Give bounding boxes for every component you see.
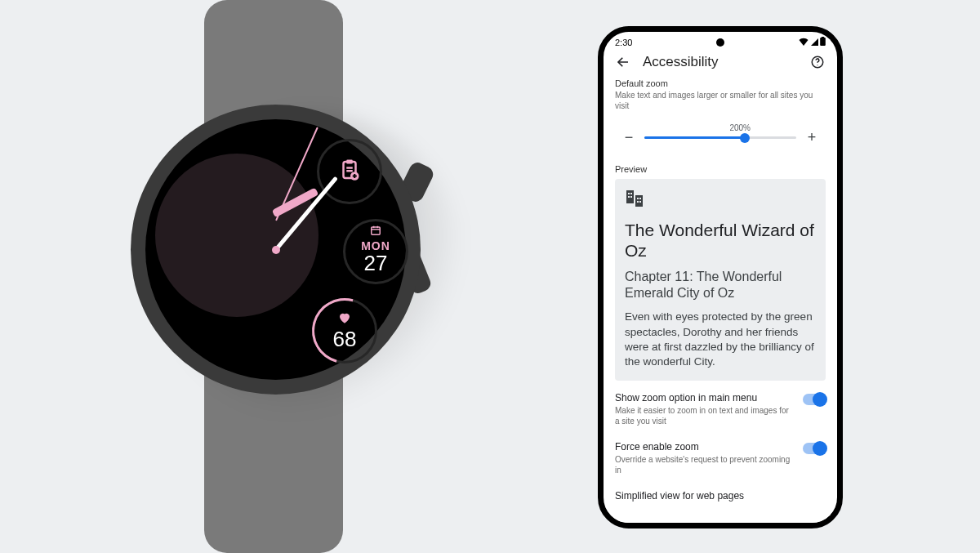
- preview-label: Preview: [615, 164, 826, 174]
- complication-clipboard[interactable]: [317, 139, 382, 204]
- zoom-value-label: 200%: [729, 123, 751, 132]
- phone-camera-notch: [716, 38, 724, 47]
- watch-date: 27: [364, 251, 388, 276]
- setting-show-zoom-caption: Make it easier to zoom in on text and im…: [615, 405, 795, 426]
- zoom-label: Default zoom: [615, 78, 826, 88]
- calendar-icon: [370, 225, 381, 239]
- svg-point-15: [817, 65, 817, 65]
- slider-thumb[interactable]: [740, 133, 750, 143]
- setting-show-zoom[interactable]: Show zoom option in main menu Make it ea…: [604, 381, 837, 430]
- setting-force-zoom[interactable]: Force enable zoom Override a website's r…: [604, 430, 837, 479]
- status-time: 2:30: [615, 38, 632, 47]
- preview-subtitle: Chapter 11: The Wonderful Emerald City o…: [625, 269, 816, 301]
- status-icons: [799, 37, 826, 47]
- preview-title: The Wonderful Wizard of Oz: [625, 220, 816, 261]
- complication-heart-rate[interactable]: 68: [312, 298, 377, 363]
- zoom-decrease-button[interactable]: −: [621, 129, 636, 146]
- smartwatch: MON 27 68: [106, 0, 433, 553]
- app-bar: Accessibility: [604, 49, 837, 78]
- svg-rect-22: [637, 198, 639, 199]
- svg-rect-24: [637, 201, 639, 203]
- wifi-icon: [799, 38, 808, 47]
- website-icon: [625, 189, 816, 212]
- svg-rect-19: [630, 193, 632, 194]
- page-title: Accessibility: [643, 54, 798, 70]
- battery-icon: [820, 37, 826, 47]
- svg-rect-18: [628, 193, 630, 194]
- zoom-caption: Make text and images larger or smaller f…: [615, 90, 826, 111]
- setting-simplified-view[interactable]: Simplified view for web pages: [604, 479, 837, 502]
- svg-rect-20: [628, 196, 630, 198]
- setting-force-zoom-caption: Override a website's request to prevent …: [615, 454, 795, 475]
- svg-rect-7: [372, 226, 381, 234]
- svg-rect-21: [630, 196, 632, 198]
- zoom-increase-button[interactable]: +: [804, 129, 819, 146]
- toggle-show-zoom[interactable]: [803, 394, 826, 405]
- setting-show-zoom-name: Show zoom option in main menu: [615, 392, 795, 404]
- preview-body: Even with eyes protected by the green sp…: [625, 310, 816, 369]
- phone-frame: 2:30 Accessibility: [598, 26, 843, 528]
- zoom-slider[interactable]: 200%: [644, 136, 796, 139]
- toggle-force-zoom[interactable]: [803, 443, 826, 454]
- svg-rect-23: [639, 198, 641, 199]
- watch-hand-pivot: [272, 246, 280, 254]
- svg-rect-16: [626, 190, 634, 203]
- help-button[interactable]: [809, 54, 826, 70]
- clipboard-add-icon: [337, 158, 362, 185]
- cellular-icon: [810, 38, 818, 47]
- svg-rect-17: [635, 195, 643, 207]
- preview-card: The Wonderful Wizard of Oz Chapter 11: T…: [615, 179, 826, 381]
- svg-rect-11: [820, 38, 826, 46]
- complication-calendar[interactable]: MON 27: [343, 219, 408, 284]
- svg-rect-1: [346, 160, 353, 164]
- back-button[interactable]: [615, 54, 631, 70]
- svg-rect-25: [639, 201, 641, 203]
- setting-simplified-name: Simplified view for web pages: [615, 490, 826, 502]
- bottom-fade: [604, 498, 837, 523]
- svg-rect-12: [822, 37, 824, 38]
- setting-force-zoom-name: Force enable zoom: [615, 441, 795, 453]
